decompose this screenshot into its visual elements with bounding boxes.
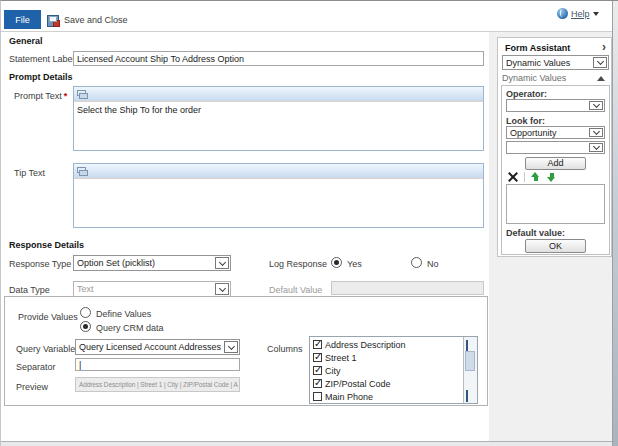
section-header-prompt-details: Prompt Details (9, 72, 73, 82)
look-for-label: Look for: (506, 116, 545, 126)
add-button[interactable]: Add (525, 157, 586, 170)
checkbox[interactable] (313, 340, 322, 349)
save-and-close-label: Save and Close (64, 15, 128, 25)
list-item[interactable]: Address Description (310, 338, 463, 351)
checkbox[interactable] (313, 392, 322, 401)
values-listbox[interactable] (506, 184, 605, 224)
scroll-up-icon[interactable] (466, 340, 468, 350)
tip-text-label: Tip Text (14, 168, 45, 178)
list-item[interactable]: Main Phone (310, 390, 463, 403)
data-type-label: Data Type (9, 285, 50, 295)
query-variables-label: Query Variables (16, 344, 80, 354)
columns-listbox[interactable]: Address Description Street 1 City ZIP/Po… (309, 336, 478, 404)
statement-label-label: Statement Label* (9, 54, 80, 64)
checkbox[interactable] (313, 379, 322, 388)
list-item[interactable]: Street 1 (310, 351, 463, 364)
log-response-no-label[interactable]: No (427, 259, 439, 269)
statement-label-input[interactable] (73, 51, 484, 66)
editor-pages-icon (77, 90, 88, 99)
query-crm-data-radio[interactable] (80, 321, 91, 332)
provide-values-label: Provide Values (18, 312, 78, 322)
help-icon (557, 8, 568, 19)
section-header-response-details: Response Details (9, 240, 84, 250)
scrollbar-thumb[interactable] (465, 351, 475, 371)
log-response-yes-radio[interactable] (331, 257, 342, 268)
separator-input[interactable] (75, 358, 240, 371)
chevron-down-icon[interactable] (593, 57, 607, 68)
chevron-down-icon[interactable] (224, 341, 238, 353)
look-for-secondary-select[interactable] (506, 141, 605, 154)
data-type-select: Text (73, 281, 231, 297)
define-values-radio[interactable] (80, 307, 91, 318)
log-response-no-radio[interactable] (411, 257, 422, 268)
chevron-down-icon (215, 283, 229, 295)
log-response-label: Log Response (269, 259, 327, 269)
editor-toolbar (74, 164, 483, 179)
operator-label: Operator: (506, 89, 547, 99)
editor-pages-icon (77, 167, 88, 176)
preview-label: Preview (16, 382, 48, 392)
list-item[interactable]: City (310, 364, 463, 377)
triangle-up-icon[interactable] (597, 76, 605, 81)
dialog-window: File Save and Close Help General Stateme… (0, 0, 618, 446)
chevron-down-icon[interactable] (215, 257, 229, 269)
ribbon: File Save and Close Help (1, 1, 612, 32)
help-label: Help (571, 9, 590, 19)
tip-text-editor[interactable] (73, 163, 484, 228)
save-icon (47, 14, 59, 26)
chevron-down-icon[interactable] (589, 143, 603, 152)
prompt-text-editor[interactable]: Select the Ship To for the order (73, 86, 484, 151)
default-value-label: Default Value (269, 285, 322, 295)
default-value-input (331, 281, 484, 295)
prompt-text-label: Prompt Text* (14, 91, 67, 101)
provide-values-groupbox: Provide Values Define Values Query CRM d… (4, 296, 488, 406)
response-type-label: Response Type (9, 259, 71, 269)
scroll-down-icon[interactable] (466, 390, 468, 400)
save-and-close-button[interactable]: Save and Close (47, 12, 128, 27)
tip-text-value[interactable] (74, 179, 483, 185)
help-menu[interactable]: Help (557, 8, 599, 19)
operator-select[interactable] (506, 99, 605, 112)
status-bar (1, 441, 612, 446)
required-asterisk: * (64, 91, 68, 101)
icon-divider (524, 172, 525, 182)
form-assistant-selector[interactable]: Dynamic Values (502, 55, 609, 70)
list-item[interactable]: ZIP/Postal Code (310, 377, 463, 390)
ok-button[interactable]: OK (525, 239, 586, 253)
scrollbar[interactable] (463, 337, 477, 403)
chevron-right-icon[interactable]: › (602, 40, 606, 54)
look-for-select[interactable]: Opportunity (506, 126, 605, 139)
chevron-down-icon[interactable] (589, 101, 603, 110)
checkbox[interactable] (313, 366, 322, 375)
separator-label: Separator (16, 362, 56, 372)
caret-down-icon (593, 12, 599, 16)
section-header-general: General (9, 36, 43, 46)
chevron-down-icon[interactable] (589, 128, 603, 137)
editor-toolbar (74, 87, 483, 102)
columns-label: Columns (267, 344, 303, 354)
define-values-label[interactable]: Define Values (96, 309, 151, 319)
form-assistant-panel: Form Assistant › Dynamic Values Dynamic … (497, 37, 612, 257)
window-edge-strip (612, 1, 618, 446)
file-tab[interactable]: File (4, 10, 41, 29)
response-type-select[interactable]: Option Set (picklist) (73, 255, 231, 271)
log-response-yes-label[interactable]: Yes (347, 259, 362, 269)
dynamic-values-section-header: Dynamic Values (502, 73, 566, 83)
query-variables-select[interactable]: Query Licensed Account Addresses (75, 339, 240, 355)
query-crm-data-label[interactable]: Query CRM data (96, 323, 164, 333)
prompt-text-value[interactable]: Select the Ship To for the order (74, 102, 483, 118)
form-assistant-title: Form Assistant (505, 43, 570, 53)
preview-field: Address Description | Street 1 | City | … (75, 377, 240, 392)
checkbox[interactable] (313, 353, 322, 362)
default-value-label: Default value: (506, 228, 565, 238)
